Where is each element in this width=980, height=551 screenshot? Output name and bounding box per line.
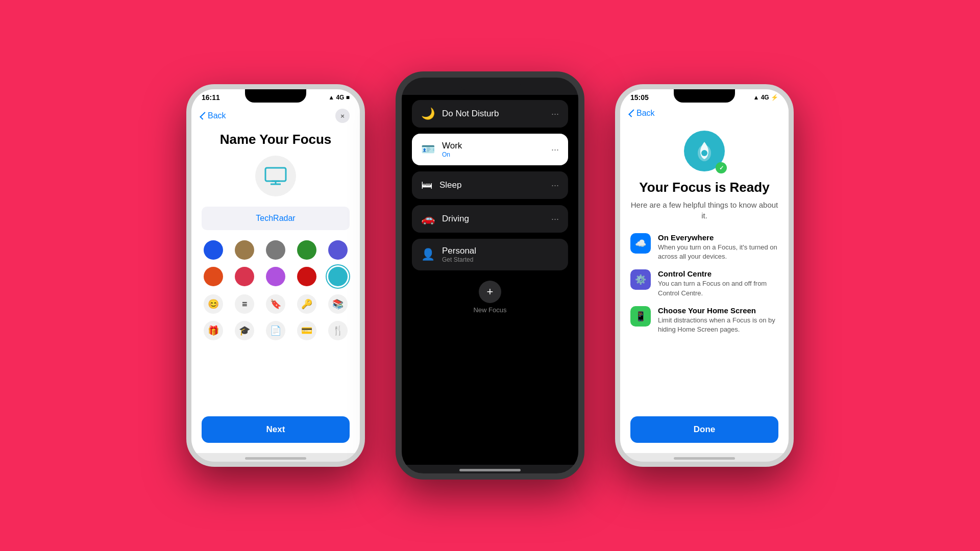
work-icon: 🪪 bbox=[421, 143, 435, 156]
color-grid bbox=[202, 240, 350, 286]
phone-1: 16:11 ▲ 4G ■ Back × Name Your Focus Tech… bbox=[186, 84, 365, 467]
home-indicator-1 bbox=[245, 457, 306, 460]
phone1-screen: Back × Name Your Focus TechRadar bbox=[191, 104, 360, 453]
next-button[interactable]: Next bbox=[202, 416, 350, 443]
focus-item-driving[interactable]: 🚗 Driving ··· bbox=[412, 205, 568, 233]
nav-bar-3: Back bbox=[630, 104, 778, 120]
notch-1 bbox=[245, 89, 306, 103]
focus-name-driving: Driving bbox=[442, 214, 469, 224]
focus-sub-work: On bbox=[442, 151, 462, 158]
focus-item-personal[interactable]: 👤 Personal Get Started ··· bbox=[412, 239, 568, 270]
color-pink[interactable] bbox=[235, 267, 254, 286]
add-focus-button[interactable]: + bbox=[479, 281, 501, 303]
info-item-control: ⚙️ Control Centre You can turn a Focus o… bbox=[630, 269, 778, 297]
color-gray[interactable] bbox=[266, 240, 285, 260]
info-item-everywhere: ☁️ On Everywhere When you turn on a Focu… bbox=[630, 233, 778, 261]
focus-name-input[interactable]: TechRadar bbox=[202, 207, 350, 230]
svg-rect-0 bbox=[265, 168, 286, 181]
status-time-1: 16:11 bbox=[202, 93, 220, 102]
sleep-icon: 🛏 bbox=[421, 179, 432, 192]
focus-name-personal: Personal bbox=[442, 246, 476, 256]
focus-icon-circle bbox=[255, 156, 296, 196]
control-desc: You can turn a Focus on and off from Con… bbox=[658, 279, 778, 297]
back-button-1[interactable]: Back bbox=[202, 111, 226, 120]
info-item-homescreen: 📱 Choose Your Home Screen Limit distract… bbox=[630, 306, 778, 334]
chevron-left-icon-3 bbox=[628, 109, 636, 117]
driving-icon: 🚗 bbox=[421, 212, 435, 226]
dots-icon-work[interactable]: ··· bbox=[551, 144, 559, 155]
icon-key[interactable]: 🔑 bbox=[297, 294, 316, 314]
focus-item-do-not-disturb[interactable]: 🌙 Do Not Disturb ··· bbox=[412, 100, 568, 128]
status-icons-3: ▲ 4G ⚡ bbox=[753, 94, 778, 101]
everywhere-desc: When you turn on a Focus, it's turned on… bbox=[658, 243, 778, 261]
status-icons-1: ▲ 4G ■ bbox=[328, 94, 350, 101]
dots-icon-sleep[interactable]: ··· bbox=[551, 180, 559, 191]
personal-icon: 👤 bbox=[421, 248, 435, 261]
home-indicator-2 bbox=[459, 469, 521, 471]
icon-gift[interactable]: 🎁 bbox=[204, 321, 223, 340]
notch-2 bbox=[459, 78, 521, 91]
moon-icon: 🌙 bbox=[421, 107, 435, 120]
phone-3: 15:05 ▲ 4G ⚡ Back ✓ Your Focus is Ready … bbox=[615, 84, 794, 467]
icon-bookmark[interactable]: 🔖 bbox=[266, 294, 285, 314]
everywhere-title: On Everywhere bbox=[658, 233, 778, 242]
color-red[interactable] bbox=[297, 267, 316, 286]
focus-name-work: Work bbox=[442, 141, 462, 151]
icon-doc[interactable]: 📄 bbox=[266, 321, 285, 340]
focus-title-1: Name Your Focus bbox=[202, 132, 350, 147]
icon-grad[interactable]: 🎓 bbox=[235, 321, 254, 340]
focus-name-sleep: Sleep bbox=[439, 180, 461, 190]
dots-icon-dnd[interactable]: ··· bbox=[551, 109, 559, 119]
focus-item-work[interactable]: 🪪 Work On ··· bbox=[412, 134, 568, 165]
focus-sub-personal: Get Started bbox=[442, 256, 476, 263]
focus-name-dnd: Do Not Disturb bbox=[442, 109, 499, 119]
add-focus-area: + New Focus bbox=[412, 281, 568, 314]
icon-grid: 😊 ≡ 🔖 🔑 📚 🎁 🎓 📄 💳 🍴 bbox=[202, 294, 350, 340]
chevron-left-icon bbox=[200, 112, 208, 120]
back-label-3: Back bbox=[636, 109, 655, 118]
svg-point-5 bbox=[701, 150, 707, 156]
home-indicator-3 bbox=[674, 457, 735, 460]
icon-list[interactable]: ≡ bbox=[235, 294, 254, 314]
ready-title: Your Focus is Ready bbox=[630, 180, 778, 195]
phone-2: 🌙 Do Not Disturb ··· 🪪 Work On ··· 🛏 bbox=[396, 71, 584, 480]
icon-emoji[interactable]: 😊 bbox=[204, 294, 223, 314]
checkmark-badge: ✓ bbox=[716, 162, 726, 172]
color-teal[interactable] bbox=[328, 267, 348, 286]
notch-3 bbox=[674, 89, 735, 103]
homescreen-icon: 📱 bbox=[630, 306, 651, 327]
color-tan[interactable] bbox=[235, 240, 254, 260]
control-icon: ⚙️ bbox=[630, 269, 651, 290]
everywhere-icon: ☁️ bbox=[630, 233, 651, 254]
icon-card[interactable]: 💳 bbox=[297, 321, 316, 340]
homescreen-desc: Limit distractions when a Focus is on by… bbox=[658, 316, 778, 334]
icon-food[interactable]: 🍴 bbox=[328, 321, 348, 340]
status-time-3: 15:05 bbox=[630, 93, 649, 102]
focus-ready-icon: ✓ bbox=[684, 131, 725, 171]
phone3-screen: Back ✓ Your Focus is Ready Here are a fe… bbox=[620, 104, 789, 453]
focus-item-sleep[interactable]: 🛏 Sleep ··· bbox=[412, 171, 568, 199]
info-list: ☁️ On Everywhere When you turn on a Focu… bbox=[630, 233, 778, 334]
icon-books[interactable]: 📚 bbox=[328, 294, 348, 314]
monitor-icon bbox=[264, 167, 287, 185]
color-indigo[interactable] bbox=[328, 240, 348, 260]
back-label-1: Back bbox=[208, 111, 226, 120]
color-orange[interactable] bbox=[204, 267, 223, 286]
ready-subtitle: Here are a few helpful things to know ab… bbox=[630, 199, 778, 221]
color-purple[interactable] bbox=[266, 267, 285, 286]
color-blue[interactable] bbox=[204, 240, 223, 260]
new-focus-label: New Focus bbox=[473, 306, 506, 314]
phone2-screen: 🌙 Do Not Disturb ··· 🪪 Work On ··· 🛏 bbox=[402, 95, 578, 465]
homescreen-title: Choose Your Home Screen bbox=[658, 306, 778, 315]
close-button-1[interactable]: × bbox=[335, 109, 350, 123]
done-button[interactable]: Done bbox=[630, 416, 778, 443]
flame-icon bbox=[693, 140, 716, 162]
nav-bar-1: Back × bbox=[202, 104, 350, 126]
back-button-3[interactable]: Back bbox=[630, 109, 655, 118]
dots-icon-driving[interactable]: ··· bbox=[551, 214, 559, 224]
control-title: Control Centre bbox=[658, 269, 778, 278]
color-green[interactable] bbox=[297, 240, 316, 260]
